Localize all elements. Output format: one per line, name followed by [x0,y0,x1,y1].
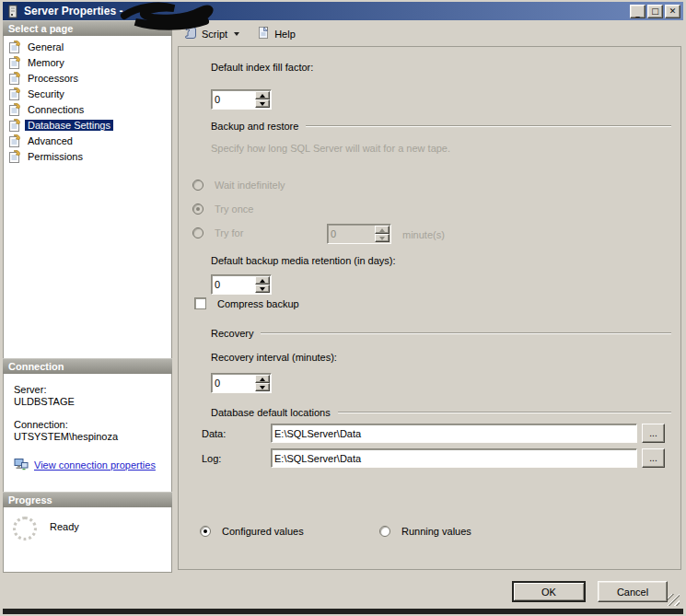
cancel-button[interactable]: Cancel [598,581,668,602]
database-settings-page: Default index fill factor: Backup and re… [178,46,681,570]
running-values-radio[interactable] [379,526,390,537]
backup-restore-group: Backup and restore [211,121,671,132]
sidebar-item-memory[interactable]: Memory [4,54,171,70]
ok-button[interactable]: OK [512,581,586,602]
connection-panel: Server: ULDBSTAGE Connection: UTSYSTEM\h… [3,374,172,492]
spin-up-button[interactable] [375,226,390,234]
try-once-option: Try once [192,203,253,215]
sidebar-item-label: Memory [25,57,67,68]
recovery-group: Recovery [211,328,671,339]
page-icon [7,149,22,164]
toolbar: Script Help [176,22,683,45]
data-path-field [271,424,637,443]
recovery-interval-input[interactable] [215,376,253,390]
spin-down-button[interactable] [375,234,390,242]
page-icon [7,134,22,148]
sidebar-item-label: Security [25,88,67,99]
group-divider [261,332,671,334]
sidebar-item-label: Permissions [25,151,86,162]
close-button[interactable]: ✕ [665,5,680,18]
fill-factor-spinner [211,89,272,110]
sidebar: Select a page General Memory Processors … [3,20,172,573]
log-path-input[interactable] [274,451,634,465]
view-connection-properties-link[interactable]: View connection properties [34,459,156,471]
page-icon [7,55,22,70]
title-bar[interactable]: Server Properties - _ □ ✕ [3,2,683,20]
server-properties-window: Server Properties - _ □ ✕ Select a page … [0,0,686,616]
configured-values-option: Configured values [200,526,304,537]
spin-up-button[interactable] [255,91,270,99]
try-for-radio[interactable] [192,227,203,238]
page-list: General Memory Processors Security Conne… [3,36,172,358]
try-once-radio[interactable] [192,203,203,215]
spin-down-button[interactable] [255,99,270,108]
maximize-button[interactable]: □ [647,5,663,18]
tape-wait-hint: Specify how long SQL Server will wait fo… [211,143,450,154]
progress-header: Progress [3,492,172,507]
page-icon [7,87,22,101]
default-locations-group: Database default locations [211,407,671,418]
fill-factor-label: Default index fill factor: [211,62,313,73]
compress-backup-checkbox[interactable] [194,297,206,309]
try-for-input[interactable] [331,227,369,241]
page-icon [7,40,22,54]
try-once-label: Try once [215,203,253,215]
progress-status: Ready [50,521,79,532]
retention-spinner [211,274,272,295]
sidebar-item-label: Database Settings [25,120,113,131]
backup-restore-group-label: Backup and restore [211,121,298,132]
progress-spinner-icon [13,517,37,540]
window-title: Server Properties - [24,5,122,17]
log-browse-button[interactable]: ... [642,448,665,468]
sidebar-item-connections[interactable]: Connections [4,101,171,117]
spin-up-button[interactable] [255,375,270,383]
minimize-button[interactable]: _ [630,5,645,18]
sidebar-item-database-settings[interactable]: Database Settings [4,117,171,133]
fill-factor-input[interactable] [215,92,253,107]
select-a-page-header: Select a page [3,20,172,36]
try-for-option: Try for [192,227,243,238]
data-label: Data: [202,428,226,439]
default-locations-group-label: Database default locations [211,407,331,418]
log-path-field [271,448,637,468]
resize-grip[interactable] [668,594,680,606]
retention-input[interactable] [215,277,253,292]
try-for-label: Try for [215,227,243,238]
script-icon [183,26,198,41]
recovery-group-label: Recovery [211,328,253,339]
connection-value: UTSYSTEM\hespinoza [14,431,171,443]
sidebar-item-security[interactable]: Security [4,86,171,101]
configured-values-label: Configured values [222,526,304,537]
page-icon [7,71,22,86]
spin-down-button[interactable] [255,285,270,293]
recovery-interval-spinner [211,373,272,393]
sidebar-item-label: Processors [25,73,81,84]
data-path-input[interactable] [274,426,634,440]
connection-properties-icon [14,458,29,472]
sidebar-item-general[interactable]: General [4,39,171,54]
group-divider [306,125,671,127]
view-connection-properties[interactable]: View connection properties [14,458,171,472]
wait-indefinitely-label: Wait indefinitely [215,180,285,191]
sidebar-item-label: Connections [25,104,87,115]
data-browse-button[interactable]: ... [642,424,665,443]
page-icon [7,118,22,133]
help-button[interactable]: Help [253,24,298,43]
help-icon [256,26,271,41]
wait-indefinitely-radio[interactable] [192,180,203,191]
wait-indefinitely-option: Wait indefinitely [192,180,285,191]
help-button-label: Help [274,29,296,40]
sidebar-item-processors[interactable]: Processors [4,70,171,86]
sidebar-item-permissions[interactable]: Permissions [4,148,171,164]
window-controls: _ □ ✕ [630,5,680,18]
connection-header: Connection [3,358,172,374]
progress-panel: Ready [3,507,172,573]
try-for-spinner [327,224,391,244]
sidebar-item-advanced[interactable]: Advanced [4,133,171,148]
server-value: ULDBSTAGE [14,396,171,408]
spin-down-button[interactable] [255,383,270,391]
script-button[interactable]: Script [180,24,242,43]
configured-values-radio[interactable] [200,526,211,537]
spin-up-button[interactable] [255,276,270,285]
connection-label: Connection: [14,419,171,431]
